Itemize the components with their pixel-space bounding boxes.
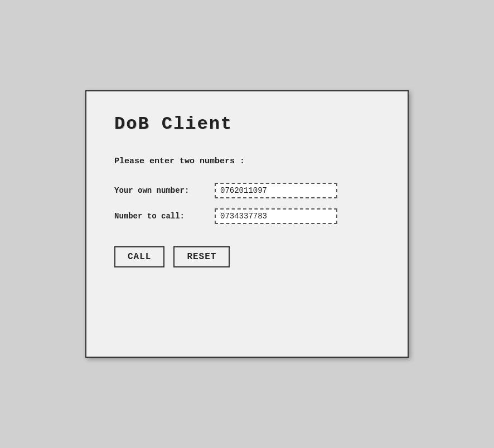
button-row: CALL RESET [114,246,380,267]
form-subtitle: Please enter two numbers : [114,157,380,166]
own-number-input[interactable] [215,183,337,198]
call-button[interactable]: CALL [114,246,164,267]
reset-button[interactable]: RESET [173,246,230,267]
app-title: DoB Client [114,114,380,134]
main-window: DoB Client Please enter two numbers : Yo… [85,90,409,358]
call-number-label: Number to call: [114,212,215,221]
call-number-input[interactable] [215,208,337,224]
own-number-label: Your own number: [114,186,215,195]
call-number-row: Number to call: [114,208,380,224]
own-number-row: Your own number: [114,183,380,198]
